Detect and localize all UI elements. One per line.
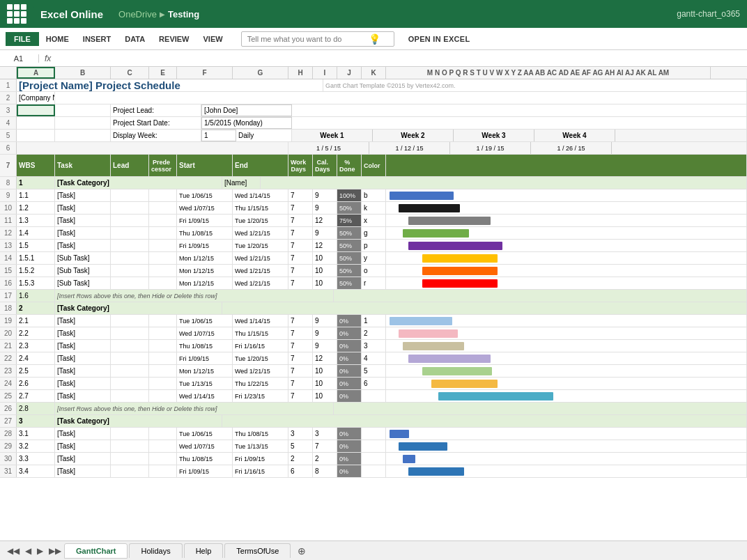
cell-a3[interactable]	[17, 104, 55, 116]
tab-help[interactable]: Help	[184, 543, 224, 558]
tab-holidays[interactable]: Holidays	[129, 543, 182, 558]
menu-home[interactable]: HOME	[39, 32, 76, 46]
table-row: 21 2.3 [Task] Thu 1/08/15 Fri 1/16/15 7 …	[0, 340, 747, 352]
data-rows: 8 1 [Task Category] [Name] 9 1.1 [Task] …	[0, 177, 747, 478]
col-F[interactable]: F	[177, 67, 233, 79]
company-name[interactable]: [Company Name]	[17, 92, 55, 104]
table-row: 20 2.2 [Task] Wed 1/07/15 Thu 1/15/15 7 …	[0, 327, 747, 340]
table-row: 30 3.3 [Task] Thu 1/08/15 Fri 1/09/15 2 …	[0, 453, 747, 465]
open-in-excel-button[interactable]: OPEN IN EXCEL	[408, 35, 470, 43]
table-row: 15 1.5.2 [Sub Task] Mon 1/12/15 Wed 1/21…	[0, 265, 747, 277]
search-bar[interactable]: 💡	[241, 31, 394, 47]
week4-label: Week 4	[534, 130, 615, 141]
col-start-header: Start	[177, 155, 233, 176]
breadcrumb-sep: ▶	[160, 10, 165, 18]
gantt-bar	[390, 317, 452, 325]
col-G[interactable]: G	[233, 67, 288, 79]
table-row: 2 [Company Name]	[0, 92, 747, 104]
excel-logo: Excel Online	[33, 6, 110, 23]
tab-nav-prev[interactable]: ◀	[22, 546, 34, 556]
gantt-bar	[422, 279, 498, 288]
breadcrumb-active: Testing	[168, 9, 199, 20]
table-row: 10 1.2 [Task] Wed 1/07/15 Thu 1/15/15 7 …	[0, 202, 747, 215]
top-bar: Excel Online OneDrive ▶ Testing gantt-ch…	[0, 0, 747, 28]
column-header-row: 7 WBS Task Lead Predecessor Start End Wo…	[0, 155, 747, 177]
gantt-bar	[399, 442, 447, 451]
gantt-bar	[408, 242, 502, 250]
gantt-bar	[408, 355, 491, 363]
watermark: Gantt Chart Template ©2015 by Vertex42.c…	[323, 79, 747, 91]
gantt-bar	[403, 455, 415, 463]
bulb-icon: 💡	[369, 33, 380, 45]
tabs-bar: ◀◀ ◀ ▶ ▶▶ GanttChart Holidays Help Terms…	[0, 540, 747, 560]
project-title[interactable]: [Project Name] Project Schedule	[17, 79, 323, 91]
col-A[interactable]: A	[17, 67, 55, 79]
tab-termsofuse[interactable]: TermsOfUse	[224, 543, 291, 558]
table-row: 29 3.2 [Task] Wed 1/07/15 Tue 1/13/15 5 …	[0, 440, 747, 453]
menu-review[interactable]: REVIEW	[152, 32, 196, 46]
gantt-bar	[390, 430, 409, 438]
tab-ganttchart[interactable]: GanttChart	[64, 543, 128, 559]
start-date-label: Project Start Date:	[111, 117, 201, 129]
table-row: 28 3.1 [Task] Tue 1/06/15 Thu 1/08/15 3 …	[0, 428, 747, 440]
display-week-val[interactable]: 1	[201, 130, 236, 141]
table-row: 9 1.1 [Task] Tue 1/06/15 Wed 1/14/15 7 9…	[0, 189, 747, 202]
col-H[interactable]: H	[288, 67, 313, 79]
menu-view[interactable]: VIEW	[197, 32, 230, 46]
table-row: 14 1.5.1 [Sub Task] Mon 1/12/15 Wed 1/21…	[0, 252, 747, 265]
cell-reference[interactable]: A1	[4, 54, 39, 63]
col-K[interactable]: K	[362, 67, 386, 79]
onedrive-link[interactable]: OneDrive	[118, 9, 157, 20]
tab-nav-next[interactable]: ▶	[34, 546, 46, 556]
menu-file[interactable]: FILE	[6, 32, 39, 46]
table-row: 8 1 [Task Category] [Name]	[0, 177, 747, 189]
add-sheet-button[interactable]: ⊕	[292, 544, 311, 558]
menu-data[interactable]: DATA	[118, 32, 152, 46]
col-pred-header: Predecessor	[149, 155, 177, 176]
table-row: 31 3.4 [Task] Fri 1/09/15 Fri 1/16/15 6 …	[0, 465, 747, 478]
display-week-label: Display Week:	[111, 130, 201, 141]
table-row: 25 2.7 [Task] Wed 1/14/15 Fri 1/23/15 7 …	[0, 390, 747, 403]
col-wbs-header: WBS	[17, 155, 55, 176]
gantt-bar	[399, 329, 458, 338]
table-row: 1 [Project Name] Project Schedule Gantt …	[0, 79, 747, 92]
col-I[interactable]: I	[313, 67, 337, 79]
col-lead-header: Lead	[111, 155, 149, 176]
project-lead-val[interactable]: [John Doe]	[201, 104, 292, 116]
gantt-bar	[422, 254, 498, 263]
formula-bar: A1 fx	[0, 50, 747, 67]
table-row: 26 2.8 [Insert Rows above this one, then…	[0, 403, 747, 415]
col-color-header: Color	[362, 155, 386, 176]
menu-insert[interactable]: INSERT	[76, 32, 118, 46]
table-row: 22 2.4 [Task] Fri 1/09/15 Tue 1/20/15 7 …	[0, 352, 747, 365]
gantt-bar	[438, 392, 553, 400]
table-row: 5 Display Week: 1 Daily Week 1 Week 2 We…	[0, 130, 747, 142]
tab-nav-left[interactable]: ◀◀	[4, 546, 22, 556]
gantt-bar	[422, 267, 498, 275]
filename: gantt-chart_o365	[677, 9, 740, 19]
col-task-header: Task	[55, 155, 111, 176]
search-input[interactable]	[247, 35, 366, 43]
table-row: 6 1 / 5 / 15 1 / 12 / 15 1 / 19 / 15 1 /…	[0, 142, 747, 155]
col-end-header: End	[233, 155, 288, 176]
gantt-bar	[431, 380, 498, 388]
gantt-bar	[403, 229, 469, 238]
col-workdays-header: WorkDays	[288, 155, 313, 176]
week2-date: 1 / 12 / 15	[369, 142, 450, 154]
col-C[interactable]: C	[111, 67, 149, 79]
col-caldays-header: Cal.Days	[313, 155, 337, 176]
week1-label: Week 1	[292, 130, 373, 141]
col-B[interactable]: B	[55, 67, 111, 79]
menu-bar: FILE HOME INSERT DATA REVIEW VIEW 💡 OPEN…	[0, 28, 747, 50]
col-E[interactable]: E	[149, 67, 177, 79]
week2-label: Week 2	[373, 130, 454, 141]
table-row: 19 2.1 [Task] Tue 1/06/15 Wed 1/14/15 7 …	[0, 315, 747, 327]
gantt-bar	[408, 467, 464, 476]
fx-label: fx	[39, 54, 56, 63]
waffle-icon[interactable]	[7, 4, 26, 24]
start-date-val[interactable]: 1/5/2015 (Monday)	[201, 117, 292, 129]
col-J[interactable]: J	[337, 67, 362, 79]
tab-nav-right[interactable]: ▶▶	[46, 546, 64, 556]
column-headers: A B C E F G H I J K M N O P Q R S T U V …	[0, 67, 747, 79]
table-row: 23 2.5 [Task] Mon 1/12/15 Wed 1/21/15 7 …	[0, 365, 747, 378]
